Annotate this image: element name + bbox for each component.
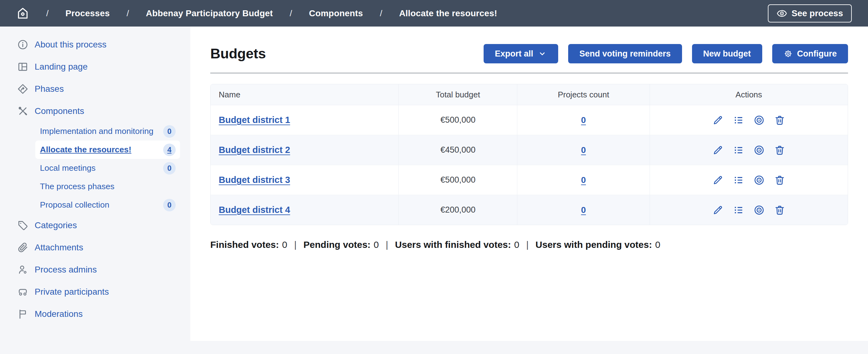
home-breadcrumb-link[interactable] <box>16 7 29 20</box>
sidebar-subitem-implementation-and-monitoring[interactable]: Implementation and monitoring 0 <box>35 122 180 141</box>
manage-projects-button[interactable] <box>733 204 744 216</box>
edit-button[interactable] <box>712 145 723 156</box>
sidebar-item-label: Private participants <box>35 287 109 297</box>
edit-button[interactable] <box>712 204 723 216</box>
projects-count-link[interactable]: 0 <box>581 175 586 185</box>
breadcrumb-item-processes[interactable]: Processes <box>65 8 110 19</box>
breadcrumb-item-current[interactable]: Allocate the resources! <box>399 8 497 19</box>
sidebar-item-private-participants[interactable]: Private participants <box>0 281 190 303</box>
home-gear-icon <box>16 7 29 20</box>
total-budget-value: €500,000 <box>440 175 475 185</box>
breadcrumb-separator: / <box>290 8 292 19</box>
edit-button[interactable] <box>712 115 723 126</box>
table-row: Budget district 3 €500,000 0 <box>211 165 848 195</box>
admin-app: / Processes / Abbenay Participatory Budg… <box>0 0 868 354</box>
delete-button[interactable] <box>774 175 785 186</box>
table-row: Budget district 4 €200,000 0 <box>211 195 848 225</box>
sidebar-item-label: Process admins <box>35 265 97 275</box>
sidebar-item-phases[interactable]: Phases <box>0 78 190 100</box>
edit-button[interactable] <box>712 175 723 186</box>
paperclip-icon <box>17 242 28 253</box>
preview-button[interactable] <box>753 175 765 186</box>
export-all-button[interactable]: Export all <box>484 44 558 63</box>
sidebar-subitem-the-process-phases[interactable]: The process phases <box>35 177 180 196</box>
sidebar-item-attachments[interactable]: Attachments <box>0 236 190 259</box>
count-badge: 0 <box>163 199 176 211</box>
preview-button[interactable] <box>753 204 765 216</box>
sidebar-item-moderations[interactable]: Moderations <box>0 303 190 325</box>
sidebar-subitem-proposal-collection[interactable]: Proposal collection 0 <box>35 196 180 214</box>
stats-separator: | <box>385 239 388 250</box>
see-process-button[interactable]: See process <box>768 4 852 23</box>
table-header-row: Name Total budget Projects count Actions <box>211 84 848 105</box>
list-icon <box>733 204 744 216</box>
send-voting-reminders-button[interactable]: Send voting reminders <box>568 44 682 63</box>
projects-count-link[interactable]: 0 <box>581 205 586 215</box>
phases-icon <box>17 83 28 95</box>
column-header-projects-count: Projects count <box>517 84 650 105</box>
list-icon <box>733 115 744 126</box>
column-header-actions: Actions <box>650 84 848 105</box>
trash-icon <box>774 145 785 156</box>
sidebar-subitem-local-meetings[interactable]: Local meetings 0 <box>35 159 180 177</box>
trash-icon <box>774 204 785 216</box>
list-icon <box>733 145 744 156</box>
preview-button[interactable] <box>753 145 765 156</box>
admin-user-icon <box>17 264 28 275</box>
column-header-name: Name <box>211 84 398 105</box>
sidebar-item-categories[interactable]: Categories <box>0 214 190 236</box>
budget-name-link[interactable]: Budget district 2 <box>219 145 290 155</box>
manage-projects-button[interactable] <box>733 175 744 186</box>
preview-button[interactable] <box>753 115 765 126</box>
eye-icon <box>777 8 787 19</box>
stat-value: 0 <box>514 239 520 250</box>
info-icon <box>17 39 28 50</box>
delete-button[interactable] <box>774 145 785 156</box>
total-budget-value: €200,000 <box>440 205 475 215</box>
count-badge[interactable]: 4 <box>163 144 176 156</box>
send-voting-reminders-label: Send voting reminders <box>579 49 671 59</box>
sidebar-item-components[interactable]: Components <box>0 100 190 122</box>
breadcrumb: / Processes / Abbenay Participatory Budg… <box>16 7 497 20</box>
projects-count-link[interactable]: 0 <box>581 145 586 155</box>
configure-label: Configure <box>797 49 837 59</box>
breadcrumb-item-components[interactable]: Components <box>309 8 363 19</box>
breadcrumb-item-process[interactable]: Abbenay Participatory Budget <box>146 8 273 19</box>
sidebar-item-label: Landing page <box>35 62 88 72</box>
budgets-table: Name Total budget Projects count Actions… <box>210 84 848 225</box>
budget-name-link[interactable]: Budget district 1 <box>219 115 290 125</box>
budget-name-link[interactable]: Budget district 3 <box>219 175 290 185</box>
configure-button[interactable]: Configure <box>772 44 848 63</box>
layout-icon <box>17 61 28 72</box>
tools-icon <box>17 106 28 117</box>
breadcrumb-separator: / <box>380 8 382 19</box>
subitem-label: Local meetings <box>40 163 95 173</box>
see-process-label: See process <box>792 8 843 19</box>
budget-name-link[interactable]: Budget district 4 <box>219 205 290 215</box>
total-budget-value: €500,000 <box>440 115 475 125</box>
table-row: Budget district 2 €450,000 0 <box>211 135 848 165</box>
sidebar-subitem-allocate-the-resources[interactable]: Allocate the resources! 4 <box>35 141 180 159</box>
stat-label: Users with finished votes: <box>395 239 511 250</box>
sidebar: About this process Landing page Phases C… <box>0 27 190 341</box>
projects-count-link[interactable]: 0 <box>581 115 586 125</box>
sidebar-item-label: Moderations <box>35 309 83 319</box>
new-budget-button[interactable]: New budget <box>692 44 762 63</box>
votes-stats: Finished votes:0 | Pending votes:0 | Use… <box>210 239 848 250</box>
pencil-icon <box>712 204 723 216</box>
sidebar-item-process-admins[interactable]: Process admins <box>0 259 190 281</box>
chevron-down-icon <box>537 49 547 58</box>
sidebar-item-landing-page[interactable]: Landing page <box>0 56 190 78</box>
topbar: / Processes / Abbenay Participatory Budg… <box>0 0 868 27</box>
stat-value: 0 <box>282 239 287 250</box>
preview-icon <box>753 204 765 216</box>
breadcrumb-separator: / <box>46 8 49 19</box>
delete-button[interactable] <box>774 115 785 126</box>
manage-projects-button[interactable] <box>733 115 744 126</box>
subitem-label: Allocate the resources! <box>40 145 131 154</box>
header-divider <box>210 73 848 73</box>
manage-projects-button[interactable] <box>733 145 744 156</box>
sidebar-item-about[interactable]: About this process <box>0 33 190 56</box>
main-content: Budgets Export all Send voting reminders… <box>190 27 868 341</box>
delete-button[interactable] <box>774 204 785 216</box>
